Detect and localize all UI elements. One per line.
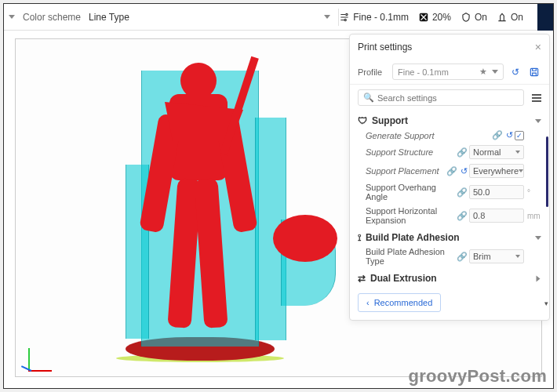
link-icon[interactable]: 🔗: [446, 166, 457, 176]
top-toolbar: Color scheme Line Type Fine - 0.1mm 20% …: [4, 4, 553, 31]
row-support-structure: Support Structure 🔗 Normal: [350, 143, 549, 162]
section-dual-extrusion[interactable]: ⇄ Dual Extrusion: [350, 268, 549, 285]
adhesion-type-select[interactable]: Brim: [469, 249, 524, 263]
setting-label: Build Plate Adhesion Type: [366, 247, 455, 266]
svg-rect-3: [530, 68, 537, 75]
dual-extrusion-icon: ⇄: [358, 273, 366, 284]
link-icon[interactable]: 🔗: [492, 130, 503, 140]
setting-label: Generate Support: [366, 131, 490, 140]
save-icon: [529, 67, 540, 78]
section-adhesion[interactable]: ⟟ Build Plate Adhesion: [350, 227, 549, 245]
profile-value: Fine - 0.1mm: [398, 67, 449, 77]
recommended-label: Recommended: [374, 298, 433, 307]
save-profile-button[interactable]: [527, 65, 541, 79]
sliders-icon: [339, 12, 350, 23]
reset-icon[interactable]: ↺: [461, 166, 468, 176]
model-preview: [94, 47, 306, 361]
infill-icon: [418, 12, 429, 23]
chevron-down-icon: [492, 70, 498, 74]
quality-label: Fine - 0.1mm: [353, 12, 409, 23]
reset-profile-button[interactable]: ↺: [508, 65, 522, 79]
chevron-down-icon: [535, 119, 541, 123]
horizontal-expansion-input[interactable]: 0.8: [469, 209, 524, 223]
section-title: Support: [372, 115, 408, 126]
row-horizontal-expansion: Support Horizontal Expansion 🔗 0.8 mm: [350, 204, 549, 227]
infill-value: 20%: [432, 12, 451, 23]
adhesion-toggle[interactable]: On: [497, 12, 523, 23]
unit-label: mm: [527, 212, 541, 220]
profile-label: Profile: [358, 67, 388, 77]
panel-title: Print settings: [358, 42, 412, 53]
adhesion-icon: ⟟: [358, 232, 361, 243]
section-title: Dual Extrusion: [370, 273, 437, 284]
chevron-down-icon[interactable]: [9, 15, 15, 19]
setting-label: Support Structure: [366, 147, 455, 157]
adhesion-icon: [497, 12, 508, 23]
row-adhesion-type: Build Plate Adhesion Type 🔗 Brim: [350, 245, 549, 268]
row-overhang-angle: Support Overhang Angle 🔗 50.0 °: [350, 180, 549, 204]
support-value: On: [475, 12, 487, 23]
search-icon: 🔍: [363, 93, 374, 103]
close-icon[interactable]: ×: [535, 41, 541, 53]
watermark: groovyPost.com: [408, 366, 547, 387]
infill-indicator[interactable]: 20%: [418, 12, 451, 23]
support-icon: [461, 12, 471, 23]
svg-point-1: [344, 19, 346, 20]
svg-point-0: [346, 13, 348, 15]
link-icon[interactable]: 🔗: [457, 187, 468, 198]
color-scheme-label: Color scheme: [23, 12, 81, 23]
profile-dropdown[interactable]: Fine - 0.1mm ★: [392, 64, 504, 80]
chevron-left-icon: ‹: [366, 298, 370, 307]
link-icon[interactable]: 🔗: [457, 211, 468, 221]
support-structure-select[interactable]: Normal: [469, 145, 524, 159]
section-support[interactable]: 🛡 Support: [350, 111, 549, 128]
line-type-dropdown[interactable]: Line Type: [89, 12, 129, 23]
unit-label: °: [527, 188, 541, 197]
row-support-placement: Support Placement 🔗 ↺ Everywhere: [350, 162, 549, 180]
generate-support-checkbox[interactable]: ✓: [515, 131, 524, 140]
reset-icon[interactable]: ↺: [506, 130, 513, 140]
axis-gizmo: [20, 343, 49, 372]
overhang-angle-input[interactable]: 50.0: [469, 185, 524, 199]
print-settings-panel: Print settings × Profile Fine - 0.1mm ★ …: [349, 34, 550, 321]
menu-icon[interactable]: [532, 94, 541, 102]
chevron-down-icon: [537, 275, 541, 281]
app-window: Color scheme Line Type Fine - 0.1mm 20% …: [3, 3, 554, 389]
section-title: Build Plate Adhesion: [366, 232, 460, 243]
setting-label: Support Horizontal Expansion: [366, 206, 455, 225]
support-placement-select[interactable]: Everywhere: [469, 164, 524, 178]
star-icon: ★: [479, 67, 487, 77]
scrollbar-thumb[interactable]: [546, 136, 548, 207]
color-scheme-dropdown[interactable]: Color scheme: [23, 12, 81, 23]
line-type-label: Line Type: [89, 12, 129, 23]
support-icon: 🛡: [358, 115, 367, 126]
adhesion-value: On: [511, 12, 523, 23]
link-icon[interactable]: 🔗: [457, 252, 468, 262]
setting-label: Support Placement: [366, 166, 445, 176]
link-icon[interactable]: 🔗: [457, 147, 468, 158]
chevron-down-icon: [535, 236, 541, 240]
support-toggle[interactable]: On: [461, 12, 487, 23]
scrollbar-track[interactable]: ▾: [544, 82, 549, 304]
recommended-button[interactable]: ‹ Recommended: [358, 293, 441, 312]
right-dark-tab[interactable]: [537, 4, 553, 31]
quality-selector[interactable]: Fine - 0.1mm: [339, 12, 409, 23]
chevron-down-icon[interactable]: [324, 15, 330, 19]
search-input[interactable]: [377, 93, 519, 103]
setting-label: Support Overhang Angle: [366, 183, 455, 201]
row-generate-support: Generate Support 🔗 ↺ ✓: [350, 128, 549, 143]
scroll-down-icon[interactable]: ▾: [544, 299, 548, 307]
search-settings[interactable]: 🔍: [358, 89, 524, 106]
